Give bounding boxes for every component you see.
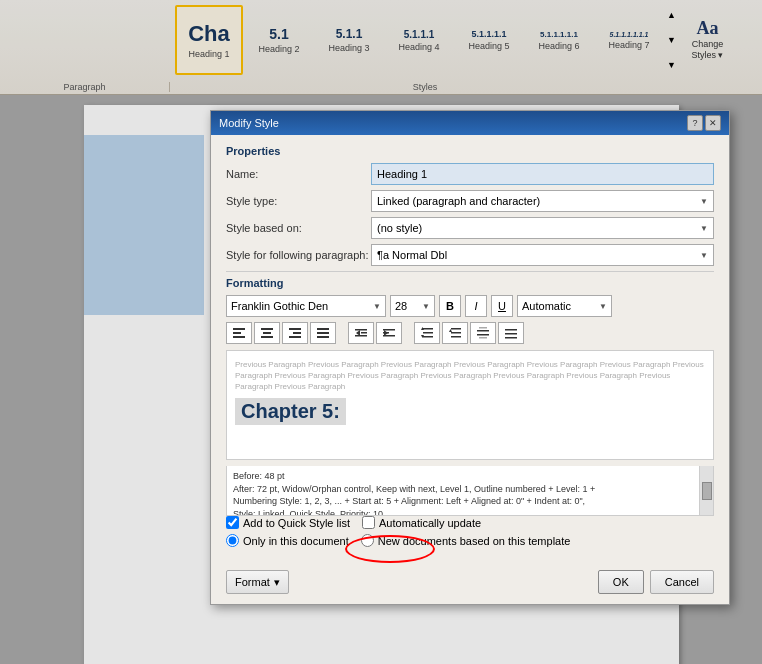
size-dropdown-arrow: ▼ <box>422 302 430 311</box>
svg-rect-32 <box>479 337 487 339</box>
style-based-row: Style based on: (no style) ▼ <box>226 217 714 239</box>
align-spacer <box>338 322 346 344</box>
help-button[interactable]: ? <box>687 115 703 131</box>
svg-rect-5 <box>261 336 273 338</box>
add-to-quick-style-checkbox[interactable] <box>226 516 239 529</box>
style-type-dropdown[interactable]: Linked (paragraph and character) ▼ <box>371 190 714 212</box>
line-spacing2-btn[interactable] <box>442 322 468 344</box>
dialog-title: Modify Style <box>219 117 279 129</box>
modify-style-dialog: Modify Style ? ✕ Properties Name: Headin… <box>210 110 730 605</box>
style-desc-line3: Numbering Style: 1, 2, 3, ... + Start at… <box>233 495 697 508</box>
color-dropdown-arrow: ▼ <box>599 302 607 311</box>
name-field[interactable]: Heading 1 <box>371 163 714 185</box>
dialog-titlebar: Modify Style ? ✕ <box>211 111 729 135</box>
style-desc-line1: Before: 48 pt <box>233 470 697 483</box>
para-spacing-btn[interactable] <box>470 322 496 344</box>
underline-button[interactable]: U <box>491 295 513 317</box>
format-btn-container: Format ▾ <box>226 570 289 594</box>
color-select[interactable]: Automatic ▼ <box>517 295 612 317</box>
document-scope-row: Only in this document New documents base… <box>226 534 714 547</box>
line-spacing-btn[interactable] <box>414 322 440 344</box>
font-select[interactable]: Franklin Gothic Den ▼ <box>226 295 386 317</box>
svg-rect-13 <box>355 329 367 331</box>
svg-rect-27 <box>451 336 461 338</box>
style-based-dropdown[interactable]: (no style) ▼ <box>371 217 714 239</box>
svg-rect-7 <box>293 332 301 334</box>
preview-heading-text: Chapter 5: <box>235 398 346 425</box>
svg-rect-14 <box>361 332 367 334</box>
cancel-button[interactable]: Cancel <box>650 570 714 594</box>
style-desc-line2: After: 72 pt, Widow/Orphan control, Keep… <box>233 483 697 496</box>
svg-rect-26 <box>451 332 461 334</box>
desc-scrollbar[interactable] <box>699 466 713 515</box>
modal-overlay: Modify Style ? ✕ Properties Name: Headin… <box>0 0 762 664</box>
svg-rect-11 <box>317 336 329 338</box>
font-row: Franklin Gothic Den ▼ 28 ▼ B I U Automat… <box>226 295 714 317</box>
add-to-quick-style-row: Add to Quick Style list <box>226 516 350 529</box>
svg-rect-18 <box>383 332 389 334</box>
indent-decrease-btn[interactable] <box>348 322 374 344</box>
svg-rect-25 <box>451 328 461 330</box>
bold-button[interactable]: B <box>439 295 461 317</box>
auto-update-label: Automatically update <box>379 517 481 529</box>
svg-rect-34 <box>505 333 517 335</box>
align-spacer2 <box>404 322 412 344</box>
properties-divider <box>226 271 714 272</box>
properties-section-title: Properties <box>226 145 714 157</box>
style-description: Before: 48 pt After: 72 pt, Widow/Orphan… <box>226 466 714 516</box>
dialog-footer: Format ▾ OK Cancel <box>211 565 729 604</box>
auto-update-checkbox[interactable] <box>362 516 375 529</box>
svg-rect-9 <box>317 328 329 330</box>
desc-scrollbar-thumb <box>702 482 712 500</box>
new-docs-label: New documents based on this template <box>378 535 571 547</box>
format-dropdown-arrow: ▾ <box>274 576 280 589</box>
font-size-select[interactable]: 28 ▼ <box>390 295 435 317</box>
indent-increase-btn[interactable] <box>376 322 402 344</box>
italic-button[interactable]: I <box>465 295 487 317</box>
align-justify-btn[interactable] <box>310 322 336 344</box>
svg-rect-2 <box>233 336 245 338</box>
svg-rect-35 <box>505 337 517 339</box>
only-this-doc-label: Only in this document <box>243 535 349 547</box>
auto-update-row: Automatically update <box>362 516 481 529</box>
titlebar-buttons: ? ✕ <box>687 115 721 131</box>
para-spacing2-btn[interactable] <box>498 322 524 344</box>
font-dropdown-arrow: ▼ <box>373 302 381 311</box>
following-para-row: Style for following paragraph: ¶a Normal… <box>226 244 714 266</box>
svg-rect-21 <box>423 332 433 334</box>
svg-rect-6 <box>289 328 301 330</box>
preview-previous-text: Previous Paragraph Previous Paragraph Pr… <box>235 359 705 393</box>
only-this-doc-radio[interactable] <box>226 534 239 547</box>
svg-rect-29 <box>477 330 489 332</box>
svg-rect-15 <box>355 335 367 337</box>
ok-button[interactable]: OK <box>598 570 644 594</box>
options-row: Add to Quick Style list Automatically up… <box>226 516 714 529</box>
following-para-dropdown[interactable]: ¶a Normal Dbl ▼ <box>371 244 714 266</box>
style-based-label: Style based on: <box>226 222 371 234</box>
align-left-btn[interactable] <box>226 322 252 344</box>
new-docs-radio[interactable] <box>361 534 374 547</box>
style-desc-line4: Style: Linked, Quick Style, Priority: 10 <box>233 508 697 516</box>
footer-action-buttons: OK Cancel <box>598 570 714 594</box>
alignment-row <box>226 322 714 344</box>
align-center-btn[interactable] <box>254 322 280 344</box>
align-right-btn[interactable] <box>282 322 308 344</box>
svg-rect-3 <box>261 328 273 330</box>
style-type-label: Style type: <box>226 195 371 207</box>
format-button[interactable]: Format ▾ <box>226 570 289 594</box>
formatting-section-title: Formatting <box>226 277 714 289</box>
preview-container: Previous Paragraph Previous Paragraph Pr… <box>226 350 714 516</box>
only-this-doc-option: Only in this document <box>226 534 349 547</box>
preview-box: Previous Paragraph Previous Paragraph Pr… <box>226 350 714 460</box>
style-type-row: Style type: Linked (paragraph and charac… <box>226 190 714 212</box>
name-row: Name: Heading 1 <box>226 163 714 185</box>
svg-rect-33 <box>505 329 517 331</box>
svg-rect-17 <box>383 329 395 331</box>
style-type-arrow: ▼ <box>700 197 708 206</box>
following-para-label: Style for following paragraph: <box>226 249 371 261</box>
name-label: Name: <box>226 168 371 180</box>
svg-rect-20 <box>423 328 433 330</box>
svg-rect-8 <box>289 336 301 338</box>
close-button[interactable]: ✕ <box>705 115 721 131</box>
svg-rect-10 <box>317 332 329 334</box>
